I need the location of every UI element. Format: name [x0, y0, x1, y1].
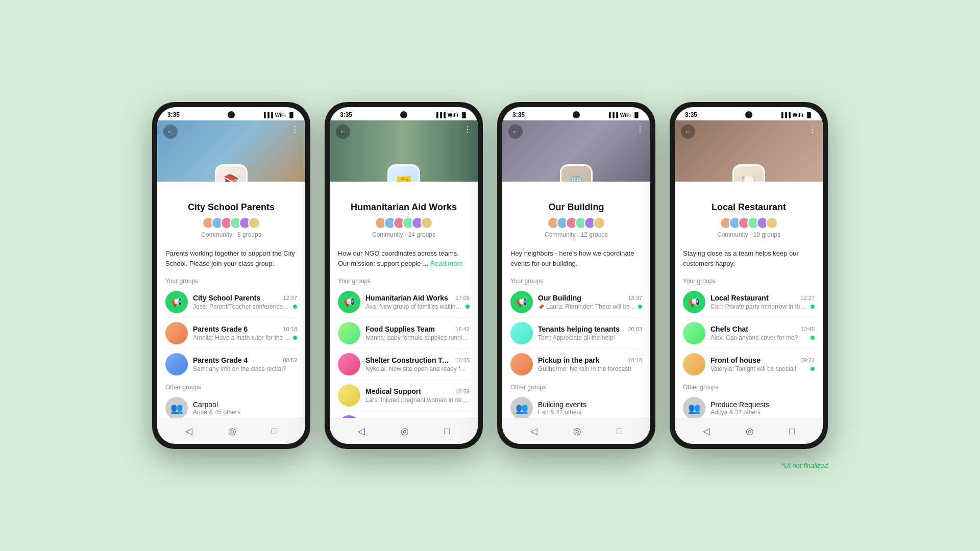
read-more-link[interactable]: Read more [430, 260, 463, 267]
group-avatar [338, 353, 360, 375]
other-groups-label: Other groups [157, 380, 305, 393]
header-image: ←⋮🤝 [330, 120, 478, 182]
group-name: Medical Support [365, 387, 421, 395]
group-content: Local Restaurant12:27Carl: Private party… [710, 294, 815, 310]
unread-dot [811, 367, 815, 371]
group-avatar: 📢 [510, 291, 533, 313]
group-preview: Laura: Reminder: There will be ... [546, 303, 636, 310]
group-preview: Alex: Can anyone cover for me? [710, 334, 808, 341]
status-bar: 3:35 ▐▐▐ WiFi ▐▌ [330, 107, 478, 120]
group-item[interactable]: Front of house09:21Valeryia: Tonight wil… [675, 349, 823, 380]
header-image: ←⋮🍽️ [675, 120, 823, 182]
groups-scroll-area: Your groups📢Our Building13:37📌Laura: Rem… [502, 273, 650, 418]
unread-dot [811, 336, 815, 340]
other-group-item[interactable]: 👥Produce RequestsAditya & 32 others [675, 393, 823, 418]
other-group-item[interactable]: 👥CarpoolAnna & 45 others [157, 393, 305, 418]
group-time: 20:03 [628, 326, 642, 332]
group-item[interactable]: Chefs Chat10:45Alex: Can anyone cover fo… [675, 318, 823, 348]
status-icons: ▐▐▐ WiFi ▐▌ [435, 112, 468, 118]
menu-button[interactable]: ⋮ [636, 124, 644, 134]
group-content: Food Supplies Team16:42Ivanna: baby form… [365, 325, 470, 341]
group-item[interactable]: Pickup in the park18:18Guilherme: No rai… [502, 349, 650, 380]
group-preview: Valeryia: Tonight will be special! [710, 365, 808, 372]
back-nav-button[interactable]: ◁ [352, 423, 371, 439]
group-content: Shelter Construction Team16:35Nykolai: N… [365, 356, 470, 372]
group-time: 16:42 [455, 326, 470, 332]
battery-icon: ▐▌ [805, 112, 813, 118]
recents-nav-button[interactable]: □ [783, 424, 801, 439]
back-nav-button[interactable]: ◁ [697, 423, 716, 439]
group-avatar [165, 322, 188, 344]
group-name: Humanitarian Aid Works [365, 294, 448, 302]
group-name: Front of house [710, 356, 761, 364]
navigation-bar: ◁◎□ [330, 418, 478, 444]
group-time: 10:45 [800, 326, 815, 332]
wifi-icon: WiFi [275, 112, 286, 118]
group-preview: Ivanna: baby formula supplies running ..… [365, 334, 470, 341]
home-nav-button[interactable]: ◎ [222, 423, 242, 439]
group-preview: Amelia: Have a math tutor for the upco..… [193, 334, 291, 341]
back-button[interactable]: ← [508, 124, 523, 139]
group-time: 08:52 [283, 357, 297, 363]
battery-icon: ▐▌ [460, 112, 468, 118]
menu-button[interactable]: ⋮ [463, 124, 472, 134]
menu-button[interactable]: ⋮ [808, 124, 817, 134]
group-name: Pickup in the park [538, 356, 600, 364]
back-button[interactable]: ← [336, 124, 350, 139]
menu-button[interactable]: ⋮ [291, 124, 299, 134]
back-nav-button[interactable]: ◁ [179, 423, 199, 439]
group-item[interactable]: Medical Support15:59Lars: Injured pregna… [330, 380, 478, 411]
status-bar: 3:35 ▐▐▐ WiFi ▐▌ [157, 107, 305, 120]
group-item[interactable]: Tenants helping tenants20:03Tom: Appreci… [502, 318, 650, 348]
home-nav-button[interactable]: ◎ [740, 423, 760, 439]
community-description: Staying close as a team helps keep our c… [675, 244, 823, 273]
recents-nav-button[interactable]: □ [265, 424, 283, 439]
group-item[interactable]: 📢City School Parents12:37José: Parent/Te… [157, 287, 305, 317]
other-group-info: Produce RequestsAditya & 32 others [710, 400, 815, 416]
other-group-name: Carpool [193, 400, 297, 409]
group-item[interactable]: Shelter Construction Team16:35Nykolai: N… [330, 349, 478, 380]
back-button[interactable]: ← [163, 124, 178, 139]
community-avatar: 🤝 [387, 164, 420, 182]
back-nav-button[interactable]: ◁ [524, 423, 544, 439]
back-button[interactable]: ← [681, 124, 695, 139]
group-avatar: 📢 [338, 291, 360, 313]
other-group-name: Building events [538, 400, 642, 409]
unread-dot [293, 336, 297, 340]
group-preview: Lars: Injured pregnant woman in need ... [365, 396, 470, 404]
group-item[interactable]: Parents Grade 610:18Amelia: Have a math … [157, 318, 305, 348]
group-name: Parents Grade 4 [193, 356, 248, 364]
group-item[interactable]: Parents Grade 408:52Sam: any info on the… [157, 349, 305, 380]
recents-nav-button[interactable]: □ [610, 424, 628, 439]
disclaimer-text: *UI not finalized [781, 462, 828, 469]
group-avatar [510, 353, 533, 375]
group-time: 10:18 [283, 326, 297, 332]
group-name: Tenants helping tenants [538, 325, 620, 333]
group-preview: Sam: any info on the class recital? [193, 365, 297, 372]
group-item[interactable]: 📢Humanitarian Aid Works17:06Ava: New gro… [330, 287, 478, 317]
member-avatar [593, 217, 605, 229]
home-nav-button[interactable]: ◎ [567, 423, 587, 439]
status-icons: ▐▐▐ WiFi ▐▌ [262, 112, 295, 118]
community-avatar: 🏢 [560, 164, 593, 182]
group-time: 13:37 [628, 295, 642, 301]
recents-nav-button[interactable]: □ [438, 424, 456, 439]
group-time: 17:06 [455, 295, 470, 301]
group-item[interactable]: 📢Our Building13:37📌Laura: Reminder: Ther… [502, 287, 650, 317]
group-avatar [338, 322, 360, 344]
community-info: Local RestaurantCommunity · 10 groups [675, 182, 823, 244]
community-avatar: 📚 [215, 164, 248, 182]
group-item[interactable]: Food Supplies Team16:42Ivanna: baby form… [330, 318, 478, 348]
phone-city-school: 3:35 ▐▐▐ WiFi ▐▌ ←⋮📚City School ParentsC… [152, 102, 310, 449]
member-avatars [338, 217, 470, 229]
group-item[interactable]: Education Requests12:13Anna: Temporary s… [330, 411, 478, 418]
other-group-item[interactable]: 👥Building eventsEsh & 21 others [502, 393, 650, 418]
group-item[interactable]: 📢Local Restaurant12:27Carl: Private part… [675, 287, 823, 317]
community-info: Humanitarian Aid WorksCommunity · 24 gro… [330, 182, 478, 244]
community-name: Local Restaurant [683, 202, 815, 213]
pin-icon: 📌 [538, 304, 544, 310]
member-avatars [683, 217, 815, 229]
home-nav-button[interactable]: ◎ [395, 423, 415, 439]
member-avatar [421, 217, 433, 229]
your-groups-label: Your groups [675, 273, 823, 287]
